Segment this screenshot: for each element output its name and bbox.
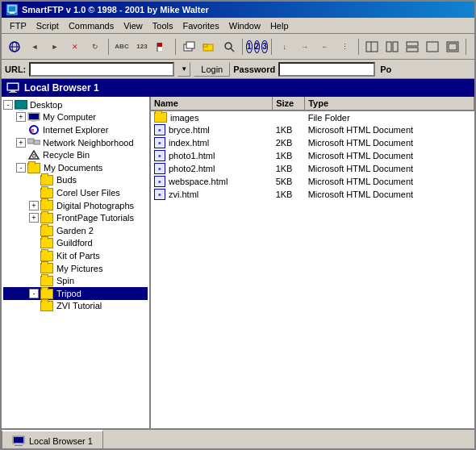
file-row[interactable]: e photo2.html 1KBMicrosoft HTML Document [151, 162, 474, 175]
layout1-btn[interactable] [362, 37, 382, 56]
svg-rect-40 [16, 444, 21, 445]
url-label: URL: [5, 65, 26, 74]
tree-toggle-my-computer[interactable]: + [16, 112, 26, 122]
tree-item-buds[interactable]: Buds [3, 174, 148, 187]
tree-toggle-frontpage-tutorials[interactable]: + [29, 213, 39, 223]
file-row[interactable]: e zvi.html 1KBMicrosoft HTML Document [151, 188, 474, 201]
stop-btn[interactable]: ✕ [65, 37, 85, 56]
login-button[interactable]: Login [194, 62, 230, 77]
file-name-cell: e photo2.html [151, 162, 273, 175]
title-bar: SmartFTP v 1.0 © 1998 - 2001 by Mike Wal… [2, 2, 474, 18]
more-btn[interactable]: ⋮ [336, 37, 355, 56]
layout4-btn[interactable] [423, 37, 442, 56]
file-row[interactable]: e bryce.html 1KBMicrosoft HTML Document [151, 123, 474, 136]
folder-icon [154, 112, 167, 123]
tree-icon-desktop [15, 99, 30, 110]
tree-item-kit-of-parts[interactable]: Kit of Parts [3, 249, 148, 262]
flag-btn[interactable] [152, 37, 172, 56]
find-btn[interactable] [219, 37, 239, 56]
toolbar-sep-1 [108, 39, 109, 55]
menu-commands[interactable]: Commands [64, 19, 119, 32]
forward-btn[interactable]: ► [45, 37, 65, 56]
tree-item-desktop[interactable]: - Desktop [3, 98, 148, 111]
file-row[interactable]: e index.html 2KBMicrosoft HTML Document [151, 136, 474, 149]
tree-item-network-neighborhood[interactable]: + Network Neighborhood [3, 136, 148, 149]
svg-rect-5 [157, 43, 162, 47]
tree-item-my-documents[interactable]: -My Documents [3, 161, 148, 174]
layout2-btn[interactable] [382, 37, 402, 56]
menu-script[interactable]: Script [31, 19, 64, 32]
tree-item-tripod[interactable]: -Tripod [3, 287, 148, 300]
tree-item-zvi-tutorial[interactable]: ZVI Tutorial [3, 300, 148, 313]
tree-toggle-my-documents[interactable]: - [16, 163, 26, 173]
password-input[interactable] [278, 62, 375, 77]
tree-toggle-network-neighborhood[interactable]: + [16, 138, 26, 148]
tree-item-garden-2[interactable]: Garden 2 [3, 224, 148, 237]
tree-item-corel-user-files[interactable]: Corel User Files [3, 186, 148, 199]
tree-icon-recycle-bin: ♻ [27, 149, 43, 160]
svg-rect-14 [366, 42, 378, 52]
tree-toggle-digital-photographs[interactable]: + [29, 201, 39, 210]
menu-ftp[interactable]: FTP [5, 19, 31, 32]
tree-item-my-pictures[interactable]: My Pictures [3, 262, 148, 275]
file-row[interactable]: images File Folder [151, 110, 474, 123]
toolbar-sep-4 [271, 39, 272, 55]
back-btn[interactable]: ◄ [25, 37, 44, 56]
tree-item-recycle-bin[interactable]: ♻ Recycle Bin [3, 148, 148, 161]
file-row[interactable]: e photo1.html 1KBMicrosoft HTML Document [151, 149, 474, 162]
col-size[interactable]: Size [273, 97, 305, 110]
tree-label-my-computer: My Computer [43, 112, 96, 122]
menu-window[interactable]: Window [224, 19, 265, 32]
arrow-down-btn[interactable]: ↓ [275, 37, 294, 56]
tree-content[interactable]: - Desktop+ My Computer e Internet Explor… [2, 97, 149, 428]
file-size-cell: 1KB [273, 123, 305, 136]
tree-label-my-documents: My Documents [44, 163, 102, 173]
arrow-left-btn[interactable]: ← [315, 37, 335, 56]
tree-item-guildford[interactable]: Guildford [3, 237, 148, 250]
tree-toggle-desktop[interactable]: - [3, 100, 13, 110]
layout3-btn[interactable] [403, 37, 422, 56]
tree-icon-my-computer [27, 112, 43, 123]
svg-text:♻: ♻ [31, 153, 36, 159]
url-input[interactable] [29, 62, 174, 77]
file-size-cell: 2KB [273, 136, 305, 149]
toolbar-sep-5 [358, 39, 359, 55]
port-label: Po [380, 65, 391, 74]
menu-help[interactable]: Help [265, 19, 294, 32]
refresh-btn[interactable]: ↻ [86, 37, 105, 56]
file-size-cell: 5KB [273, 175, 305, 188]
arrow-right-btn[interactable]: → [295, 37, 315, 56]
new-window-btn[interactable] [179, 37, 198, 56]
file-row[interactable]: e webspace.html 5KBMicrosoft HTML Docume… [151, 175, 474, 188]
help-btn[interactable]: ? [470, 37, 476, 56]
toolbar-sep-6 [466, 39, 466, 55]
tree-icon-garden-2 [40, 225, 56, 236]
col-type[interactable]: Type [305, 97, 474, 110]
num-btn[interactable]: 123 [132, 37, 152, 56]
menu-favorites[interactable]: Favorites [178, 19, 224, 32]
tree-item-my-computer[interactable]: + My Computer [3, 111, 148, 124]
maximize-btn[interactable] [443, 37, 462, 56]
local-browser-tab[interactable]: Local Browser 1 [2, 430, 103, 450]
url-dropdown[interactable]: ▼ [177, 62, 190, 77]
tree-icon-kit-of-parts [40, 250, 56, 261]
file-name: photo2.html [169, 164, 215, 173]
globe-btn[interactable] [5, 37, 24, 56]
panel-icon [6, 81, 19, 95]
tree-label-corel-user-files: Corel User Files [56, 188, 120, 198]
tree-item-digital-photographs[interactable]: +Digital Photographs [3, 199, 148, 212]
tree-item-frontpage-tutorials[interactable]: +FrontPage Tutorials [3, 211, 148, 224]
menu-view[interactable]: View [119, 19, 148, 32]
open-btn[interactable] [199, 37, 219, 56]
browser-tab-label: Local Browser 1 [29, 436, 93, 446]
tree-item-spin[interactable]: Spin [3, 274, 148, 287]
abc-btn[interactable]: ABC [112, 37, 132, 56]
tree-icon-tripod [40, 288, 56, 299]
tree-item-internet-explorer[interactable]: e Internet Explorer [3, 123, 148, 136]
menu-tools[interactable]: Tools [148, 19, 178, 32]
col-name[interactable]: Name [151, 97, 273, 110]
tree-toggle-tripod[interactable]: - [29, 289, 39, 298]
tree-label-network-neighborhood: Network Neighborhood [43, 138, 134, 148]
file-table: Name Size Type images File Folder e bryc… [151, 97, 474, 201]
toolbar-sep-3 [242, 39, 243, 55]
